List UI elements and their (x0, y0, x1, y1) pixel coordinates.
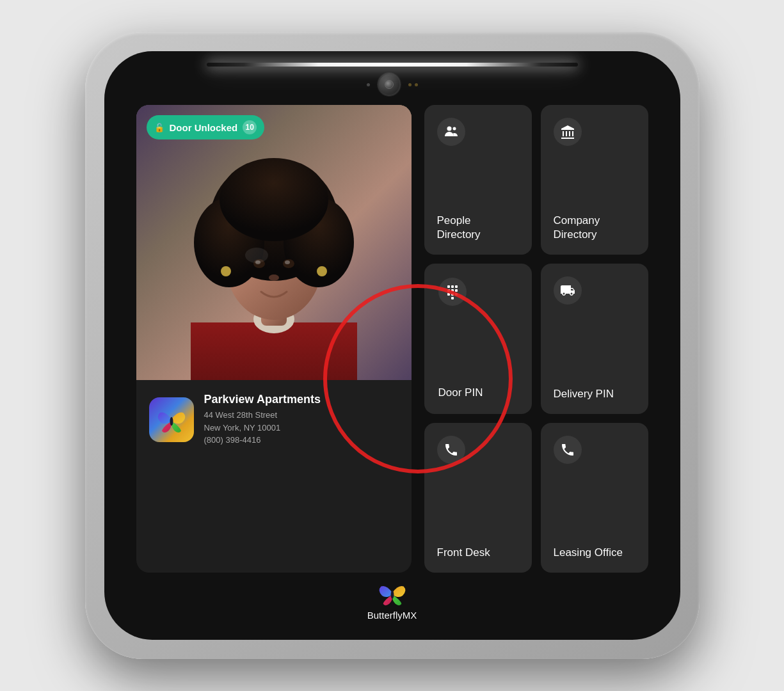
property-address-line2: New York, NY 10001 (204, 423, 281, 433)
svg-rect-30 (451, 297, 454, 299)
bottom-butterfly-icon (376, 580, 408, 606)
building-icon (554, 118, 582, 146)
person-photo (136, 105, 412, 380)
svg-rect-24 (447, 289, 450, 292)
light-strip (207, 63, 578, 67)
property-address-line1: 44 West 28th Street (204, 410, 278, 420)
svg-rect-26 (455, 289, 458, 292)
svg-rect-23 (455, 285, 458, 288)
svg-point-17 (245, 248, 268, 263)
delivery-pin-button[interactable]: Delivery PIN (541, 264, 648, 413)
svg-rect-21 (447, 285, 450, 288)
svg-rect-29 (455, 293, 458, 296)
front-desk-label: Front Desk (437, 546, 490, 560)
bottom-logo-text: ButterflyMX (367, 610, 417, 621)
top-bar (104, 63, 680, 67)
action-grid: PeopleDirectory CompanyDirectory (424, 105, 648, 573)
company-directory-button[interactable]: CompanyDirectory (541, 105, 648, 255)
leasing-office-phone-icon (554, 436, 582, 464)
person-illustration (136, 105, 412, 380)
camera-dot-left (367, 83, 370, 86)
svg-point-14 (269, 274, 279, 281)
photo-background (136, 105, 412, 380)
lock-icon: 🔓 (154, 123, 164, 132)
badge-count: 10 (243, 120, 257, 134)
camera-dot-right-1 (408, 83, 412, 86)
door-unlocked-badge: 🔓 Door Unlocked 10 (147, 115, 265, 139)
people-icon (437, 118, 465, 146)
property-address: 44 West 28th Street New York, NY 10001 (… (204, 409, 399, 447)
svg-point-16 (317, 266, 327, 276)
property-phone: (800) 398-4416 (204, 435, 261, 445)
svg-point-13 (285, 260, 290, 264)
svg-rect-22 (451, 285, 454, 288)
device-screen: 🔓 Door Unlocked 10 (104, 51, 680, 640)
svg-point-9 (220, 158, 328, 241)
camera-dot-right-2 (415, 83, 418, 86)
svg-point-20 (452, 127, 456, 131)
property-info-panel: Parkview Apartments 44 West 28th Street … (136, 380, 412, 459)
logo-butterfly-icon (156, 404, 188, 436)
svg-point-19 (447, 127, 451, 131)
svg-point-32 (390, 591, 394, 599)
people-directory-label: PeopleDirectory (437, 214, 481, 242)
svg-point-15 (221, 266, 231, 276)
device-outer: 🔓 Door Unlocked 10 (85, 32, 700, 659)
door-unlocked-label: Door Unlocked (170, 122, 238, 133)
truck-icon (554, 276, 582, 305)
door-pin-button[interactable]: Door PIN (424, 264, 532, 413)
front-desk-phone-icon (437, 436, 465, 464)
bottom-logo: ButterflyMX (367, 580, 417, 621)
people-directory-button[interactable]: PeopleDirectory (424, 105, 532, 255)
camera-dots-right (408, 83, 418, 86)
svg-rect-28 (451, 293, 454, 296)
svg-point-18 (170, 417, 173, 425)
company-directory-label: CompanyDirectory (554, 214, 600, 242)
delivery-pin-label: Delivery PIN (554, 387, 614, 401)
svg-rect-25 (451, 289, 454, 292)
leasing-office-button[interactable]: Leasing Office (541, 423, 648, 573)
camera-area (367, 73, 418, 96)
door-pin-label: Door PIN (438, 386, 483, 400)
keypad-icon (438, 278, 467, 306)
app-logo (149, 397, 194, 442)
camera-lens-inner (385, 80, 394, 89)
front-desk-button[interactable]: Front Desk (424, 423, 532, 573)
left-panel: 🔓 Door Unlocked 10 (136, 105, 412, 573)
camera-lens (378, 73, 401, 96)
svg-rect-27 (447, 293, 450, 296)
property-info: Parkview Apartments 44 West 28th Street … (204, 393, 399, 447)
property-name: Parkview Apartments (204, 393, 399, 406)
main-content: 🔓 Door Unlocked 10 (104, 105, 680, 573)
leasing-office-label: Leasing Office (554, 546, 623, 560)
